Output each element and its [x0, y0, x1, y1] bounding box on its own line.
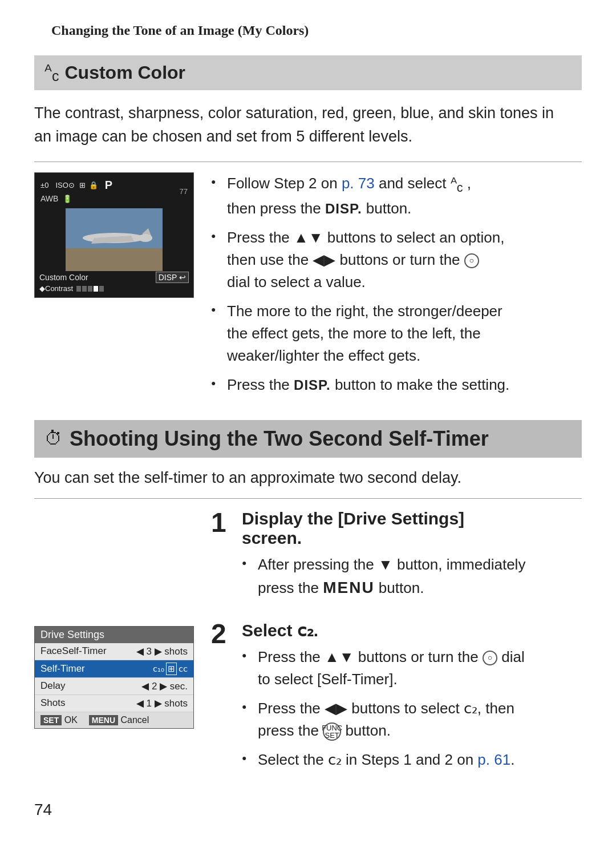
step1-bullets: After pressing the ▼ button, immediately… — [242, 554, 525, 600]
mem-icon: 77 — [180, 187, 188, 196]
step1-title: Display the [Drive Settings]screen. — [242, 509, 525, 548]
step1-num: 1 — [211, 509, 234, 536]
camera-label-row: Custom Color DISP ↩ — [39, 272, 189, 283]
custom-color-bullets: Follow Step 2 on p. 73 and select ᴬc , t… — [211, 172, 582, 403]
self-timer-icons: ᴄ₁₀ ⊞ ᴄᴄ — [153, 663, 188, 675]
self-timer-title-bar: ⏱ Shooting Using the Two Second Self-Tim… — [34, 420, 582, 458]
contrast-label: ◆Contrast — [39, 284, 73, 293]
drive-row-delay: Delay ◀ 2 ▶ sec. — [35, 678, 193, 695]
grid-icon: ⊞ — [79, 181, 86, 189]
bullet1: Follow Step 2 on p. 73 and select ᴬc , t… — [211, 172, 582, 220]
step2-num: 2 — [211, 620, 234, 648]
camera-top-row2: AWB 🔋 — [40, 194, 72, 203]
svg-point-5 — [139, 234, 152, 242]
drive-settings-header: Drive Settings — [35, 627, 193, 643]
camera-top-icons: ±0 ISO⊙ ⊞ 🔒 P AWB 🔋 77 — [40, 179, 188, 203]
self-timer-section: ⏱ Shooting Using the Two Second Self-Tim… — [34, 420, 582, 778]
menu-badge: MENU — [89, 715, 118, 725]
step1-area: 1 Display the [Drive Settings]screen. Af… — [34, 509, 582, 607]
bullet2: Press the ▲▼ buttons to select an option… — [211, 227, 582, 293]
step1-left — [34, 509, 194, 607]
camera-screen: ±0 ISO⊙ ⊞ 🔒 P AWB 🔋 77 — [34, 172, 194, 403]
drive-settings-box: Drive Settings FaceSelf-Timer ◀ 3 ▶ shot… — [34, 626, 194, 729]
step2-title: Select ᴄ₂. — [242, 620, 525, 640]
custom-color-content: ±0 ISO⊙ ⊞ 🔒 P AWB 🔋 77 — [34, 172, 582, 403]
step2-area: Drive Settings FaceSelf-Timer ◀ 3 ▶ shot… — [34, 620, 582, 778]
seg2 — [82, 286, 87, 292]
seg5 — [99, 286, 104, 292]
camera-top-row1: ±0 ISO⊙ ⊞ 🔒 P — [40, 179, 112, 192]
battery-icon: 🔋 — [63, 195, 72, 203]
step2-bullet2: Press the ◀▶ buttons to select ᴄ₂, then … — [242, 697, 525, 742]
step1-content: 1 Display the [Drive Settings]screen. Af… — [211, 509, 582, 607]
step1-bullet1: After pressing the ▼ button, immediately… — [242, 554, 525, 600]
disp-button-1: DISP. — [325, 201, 362, 216]
plane-svg — [66, 208, 163, 271]
custom-color-title-bar: ᴬc Custom Color — [34, 55, 582, 90]
page-header: Changing the Tone of an Image (My Colors… — [34, 23, 582, 38]
seg3 — [88, 286, 92, 292]
camera-display: ±0 ISO⊙ ⊞ 🔒 P AWB 🔋 77 — [34, 172, 194, 298]
set-badge: SET — [40, 715, 62, 725]
drive-row-selftimer: Self-Timer ᴄ₁₀ ⊞ ᴄᴄ — [35, 660, 193, 678]
bullet4: Press the DISP. button to make the setti… — [211, 374, 582, 396]
p61-link[interactable]: p. 61 — [477, 751, 510, 768]
camera-bottom-info: Custom Color DISP ↩ ◆Contrast — [39, 272, 189, 293]
exposure-icon: ±0 — [40, 181, 48, 189]
mode-p-icon: P — [105, 179, 112, 192]
camera-left-icons: ±0 ISO⊙ ⊞ 🔒 P AWB 🔋 — [40, 179, 112, 203]
func-button: FUNCSET — [323, 722, 341, 741]
bullet3: The more to the right, the stronger/deep… — [211, 300, 582, 367]
camera-custom-label: Custom Color — [39, 273, 88, 282]
self-timer-intro: You can set the self-timer to an approxi… — [34, 469, 582, 487]
awb-label: AWB — [40, 194, 58, 203]
drive-settings-footer: SET OK MENU Cancel — [35, 712, 193, 728]
seg1 — [76, 286, 81, 292]
p73-link[interactable]: p. 73 — [342, 175, 375, 192]
self-timer-title: Shooting Using the Two Second Self-Timer — [70, 427, 489, 451]
plane-image — [66, 208, 163, 271]
step2-content: 2 Select ᴄ₂. Press the ▲▼ buttons or tur… — [211, 620, 582, 778]
custom-color-intro: The contrast, sharpness, color saturatio… — [34, 102, 582, 148]
divider1 — [34, 162, 582, 162]
page-number: 74 — [34, 801, 582, 819]
header-text: Changing the Tone of an Image (My Colors… — [34, 23, 582, 38]
seg4 — [94, 286, 98, 292]
contrast-slider — [76, 286, 104, 292]
disp-badge: DISP ↩ — [156, 272, 189, 283]
menu-button: MENU — [323, 579, 374, 596]
divider2 — [34, 498, 582, 499]
contrast-row: ◆Contrast — [39, 284, 189, 293]
disp-button-2: DISP. — [294, 377, 331, 393]
svg-rect-1 — [66, 248, 163, 271]
dial-icon2: ○ — [483, 651, 497, 665]
custom-color-section: ᴬc Custom Color The contrast, sharpness,… — [34, 55, 582, 403]
timer-icon: ⏱ — [44, 428, 63, 449]
drive-row-shots: Shots ◀ 1 ▶ shots — [35, 695, 193, 712]
lock-icon: 🔒 — [89, 181, 98, 189]
camera-image-area — [40, 205, 188, 274]
custom-color-icon: ᴬc — [44, 61, 59, 84]
dial-icon: ○ — [464, 253, 479, 268]
step2-bullets: Press the ▲▼ buttons or turn the ○ dial … — [242, 646, 525, 771]
iso-icon: ISO⊙ — [55, 181, 74, 189]
camera-right-icons: 77 — [180, 186, 188, 196]
drive-row-faceself: FaceSelf-Timer ◀ 3 ▶ shots — [35, 643, 193, 660]
step2-bullet3: Select the ᴄ₂ in Steps 1 and 2 on p. 61. — [242, 749, 525, 771]
step2-left: Drive Settings FaceSelf-Timer ◀ 3 ▶ shot… — [34, 620, 194, 778]
step2-bullet1: Press the ▲▼ buttons or turn the ○ dial … — [242, 646, 525, 691]
custom-color-title: Custom Color — [65, 62, 186, 83]
